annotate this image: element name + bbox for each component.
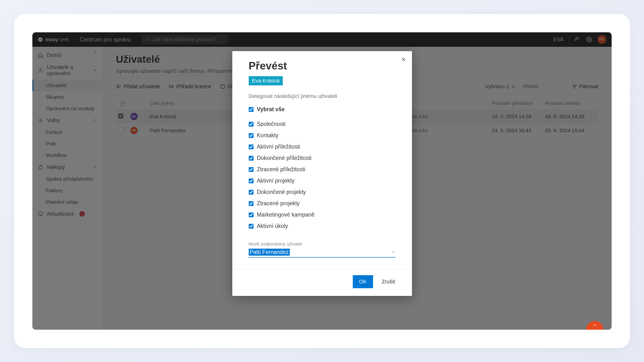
option-checkbox[interactable] bbox=[249, 156, 254, 161]
app-root: eway crm Centrum pro správu EVA PF Domů bbox=[32, 32, 612, 330]
new-owner-select[interactable]: Patti Fernandez bbox=[249, 247, 396, 258]
new-owner-label: Nově zodpovědný uživatel bbox=[249, 241, 396, 247]
option-label: Ztracené projekty bbox=[257, 200, 300, 207]
cancel-button[interactable]: Zrušit bbox=[379, 275, 398, 288]
new-owner-value: Patti Fernandez bbox=[249, 249, 290, 256]
chevron-down-icon bbox=[391, 250, 396, 255]
option-checkbox[interactable] bbox=[249, 122, 254, 127]
modal-title: Převést bbox=[249, 60, 396, 72]
option-label: Aktivní úkoly bbox=[257, 223, 288, 229]
option-checkbox[interactable] bbox=[249, 212, 254, 217]
option-label: Aktivní projekty bbox=[257, 178, 294, 184]
delegate-option[interactable]: Aktivní úkoly bbox=[249, 220, 396, 232]
ok-button[interactable]: OK bbox=[353, 275, 373, 288]
user-chip: Eva Krásná bbox=[249, 76, 283, 85]
option-checkbox[interactable] bbox=[249, 179, 254, 183]
delegate-option[interactable]: Dokončené příležitosti bbox=[249, 153, 396, 164]
option-label: Aktivní příležitosti bbox=[257, 144, 300, 150]
modal-description: Delegovat následující jinému uživateli bbox=[249, 93, 396, 99]
delegate-option[interactable]: Aktivní projekty bbox=[249, 175, 396, 186]
option-checkbox[interactable] bbox=[249, 190, 254, 195]
option-checkbox[interactable] bbox=[249, 133, 254, 138]
option-label: Marketingové kampaně bbox=[257, 211, 315, 218]
svg-point-17 bbox=[595, 325, 596, 326]
delegate-option[interactable]: Ztracené příležitosti bbox=[249, 164, 396, 175]
option-checkbox[interactable] bbox=[249, 201, 254, 206]
option-checkbox[interactable] bbox=[249, 224, 254, 229]
delegate-option[interactable]: Ztracené projekty bbox=[249, 198, 396, 209]
modal-overlay: ✕ Převést Eva Krásná Delegovat následují… bbox=[32, 32, 612, 330]
option-checkbox[interactable] bbox=[249, 145, 254, 149]
option-label: Ztracené příležitosti bbox=[257, 166, 306, 173]
delegate-option[interactable]: Kontakty bbox=[249, 130, 396, 141]
select-all-row[interactable]: Vybrat vše bbox=[249, 104, 396, 115]
delegate-option[interactable]: Aktivní příležitosti bbox=[249, 141, 396, 153]
delegate-option[interactable]: Společnosti bbox=[249, 118, 396, 130]
transfer-modal: ✕ Převést Eva Krásná Delegovat následují… bbox=[232, 51, 412, 296]
svg-point-16 bbox=[594, 325, 594, 326]
delegate-option[interactable]: Marketingové kampaně bbox=[249, 209, 396, 220]
option-checkbox[interactable] bbox=[249, 167, 254, 172]
option-label: Dokončené příležitosti bbox=[257, 155, 312, 161]
modal-close-button[interactable]: ✕ bbox=[401, 56, 406, 63]
modal-footer: OK Zrušit bbox=[232, 269, 412, 296]
select-all-checkbox[interactable] bbox=[249, 107, 254, 112]
option-label: Dokončené projekty bbox=[257, 189, 306, 195]
delegate-options: SpolečnostiKontaktyAktivní příležitostiD… bbox=[249, 118, 396, 232]
select-all-label: Vybrat vše bbox=[257, 106, 285, 113]
delegate-option[interactable]: Dokončené projekty bbox=[249, 186, 396, 198]
option-label: Kontakty bbox=[257, 132, 279, 139]
option-label: Společnosti bbox=[257, 121, 286, 127]
chat-icon bbox=[591, 323, 598, 328]
